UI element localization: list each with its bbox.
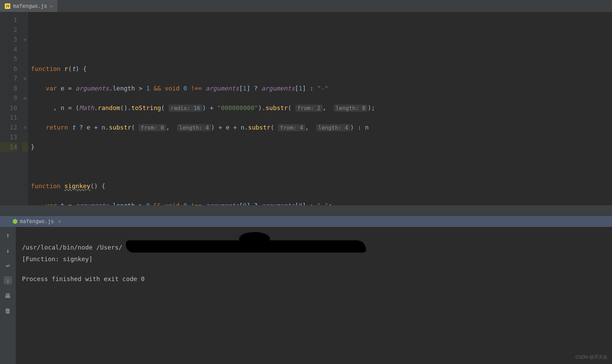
clear-button[interactable]: 🗑	[4, 306, 12, 315]
fold-marker-icon[interactable]: ⊟	[22, 35, 28, 45]
code-editor[interactable]: 1 2 3 4 5 6 7 8 9 10 11 12 13 14 ⊟ ⊟ ⊟ ⊟…	[0, 12, 612, 205]
run-tabbar: ⬢ mafengwo.js ×	[0, 216, 612, 227]
editor-tab-mafengwo[interactable]: JS mafengwo.js ×	[0, 0, 58, 12]
editor-tabbar: JS mafengwo.js ×	[0, 0, 612, 12]
console-line: /usr/local/bin/node /Users/	[22, 244, 122, 251]
console-line: [Function: signkey]	[22, 255, 93, 263]
run-tab-label: mafengwo.js	[20, 218, 54, 225]
fold-marker-icon[interactable]: ⊟	[22, 93, 28, 103]
fold-gutter: ⊟ ⊟ ⊟ ⊟	[22, 12, 28, 205]
print-button[interactable]: 🖶	[4, 291, 12, 300]
scroll-to-end-button[interactable]: ⇩	[4, 276, 12, 284]
scroll-up-button[interactable]: ↑	[4, 231, 12, 239]
watermark: CSDN @浑天说	[575, 352, 607, 362]
console-output[interactable]: /usr/local/bin/node /Users/ [Function: s…	[16, 227, 612, 364]
code-area[interactable]: function r(t) { var e = arguments.length…	[28, 12, 612, 205]
scroll-down-button[interactable]: ↓	[4, 246, 12, 254]
console-toolbar: ↑ ↓ ↩ ⇩ 🖶 🗑	[0, 227, 16, 364]
node-icon: ⬢	[12, 218, 18, 225]
js-file-icon: JS	[5, 3, 10, 9]
soft-wrap-button[interactable]: ↩	[4, 261, 12, 269]
console-line: Process finished with exit code 0	[22, 275, 145, 282]
run-console-panel: ↑ ↓ ↩ ⇩ 🖶 🗑 /usr/local/bin/node /Users/ …	[0, 227, 612, 364]
line-number-gutter: 1 2 3 4 5 6 7 8 9 10 11 12 13 14	[0, 12, 22, 205]
editor-tab-label: mafengwo.js	[13, 3, 47, 9]
close-icon[interactable]: ×	[50, 3, 52, 9]
redacted-path	[126, 240, 366, 253]
close-icon[interactable]: ×	[58, 218, 61, 225]
fold-marker-icon[interactable]: ⊟	[22, 123, 28, 133]
run-tab-mafengwo[interactable]: ⬢ mafengwo.js ×	[10, 218, 63, 228]
panel-separator[interactable]	[0, 205, 612, 216]
fold-marker-icon[interactable]: ⊟	[22, 74, 28, 84]
